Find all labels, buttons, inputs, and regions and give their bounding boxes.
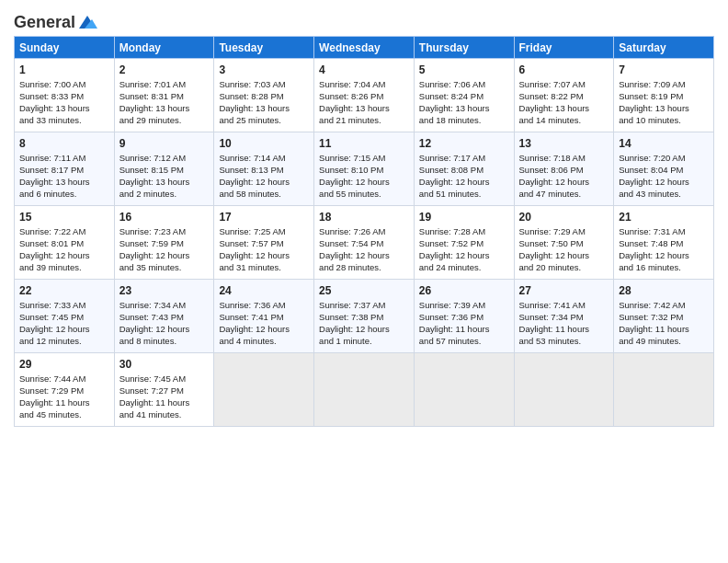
page-container: General SundayMondayTuesdayWednesdayThur… [0, 0, 728, 434]
col-header-sunday: Sunday [15, 37, 115, 59]
day-info-line: Sunset: 7:36 PM [419, 312, 509, 324]
day-info-line: and 21 minutes. [319, 115, 409, 127]
day-info-line: and 51 minutes. [419, 189, 509, 201]
day-info-line: Sunrise: 7:25 AM [219, 226, 309, 238]
day-number: 11 [319, 136, 409, 151]
day-info-line: Sunset: 7:41 PM [219, 312, 309, 324]
calendar-cell: 23Sunrise: 7:34 AMSunset: 7:43 PMDayligh… [114, 280, 214, 353]
day-info-line: and 4 minutes. [219, 336, 309, 348]
day-number: 6 [519, 63, 609, 77]
calendar-cell: 18Sunrise: 7:26 AMSunset: 7:54 PMDayligh… [314, 206, 415, 280]
day-info-line: Sunset: 8:22 PM [519, 91, 609, 103]
day-info-line: Sunrise: 7:15 AM [319, 153, 409, 165]
calendar-cell: 3Sunrise: 7:03 AMSunset: 8:28 PMDaylight… [214, 59, 314, 132]
calendar-week-5: 29Sunrise: 7:44 AMSunset: 7:29 PMDayligh… [15, 353, 714, 427]
day-number: 14 [619, 136, 709, 151]
logo: General [14, 13, 97, 29]
day-info-line: and 41 minutes. [119, 409, 210, 421]
calendar-cell: 25Sunrise: 7:37 AMSunset: 7:38 PMDayligh… [314, 280, 415, 353]
day-info-line: Daylight: 11 hours [519, 324, 609, 336]
calendar-week-1: 1Sunrise: 7:00 AMSunset: 8:33 PMDaylight… [15, 59, 714, 132]
day-info-line: Daylight: 11 hours [619, 324, 709, 336]
day-info-line: Daylight: 13 hours [19, 177, 109, 189]
day-info-line: and 53 minutes. [519, 336, 609, 348]
day-info-line: Sunrise: 7:01 AM [119, 79, 210, 91]
day-info-line: and 12 minutes. [19, 336, 109, 348]
day-info-line: Sunset: 7:27 PM [119, 385, 210, 397]
day-info-line: Daylight: 13 hours [419, 103, 509, 115]
day-info-line: and 33 minutes. [19, 115, 109, 127]
day-info-line: Daylight: 13 hours [119, 177, 210, 189]
day-info-line: Sunrise: 7:28 AM [419, 226, 509, 238]
day-info-line: Sunset: 8:31 PM [119, 91, 210, 103]
calendar-cell [314, 353, 415, 427]
day-info-line: Sunrise: 7:12 AM [119, 153, 210, 165]
day-info-line: Sunrise: 7:31 AM [619, 226, 709, 238]
day-info-line: Sunrise: 7:14 AM [219, 153, 309, 165]
day-number: 2 [119, 63, 210, 77]
day-number: 19 [419, 210, 509, 224]
day-number: 16 [119, 210, 210, 224]
calendar-cell: 1Sunrise: 7:00 AMSunset: 8:33 PMDaylight… [15, 59, 115, 132]
day-info-line: Daylight: 12 hours [119, 324, 210, 336]
day-info-line: Daylight: 13 hours [619, 103, 709, 115]
day-info-line: Daylight: 12 hours [219, 250, 309, 262]
day-number: 17 [219, 210, 309, 224]
day-info-line: and 49 minutes. [619, 336, 709, 348]
calendar-table: SundayMondayTuesdayWednesdayThursdayFrid… [14, 36, 714, 427]
day-info-line: Sunset: 8:04 PM [619, 165, 709, 177]
calendar-cell: 12Sunrise: 7:17 AMSunset: 8:08 PMDayligh… [414, 132, 514, 206]
day-info-line: Sunset: 7:50 PM [519, 238, 609, 250]
day-number: 13 [519, 136, 609, 151]
day-info-line: Sunrise: 7:04 AM [319, 79, 409, 91]
col-header-friday: Friday [514, 37, 614, 59]
day-number: 24 [219, 283, 309, 298]
day-info-line: and 35 minutes. [119, 262, 210, 274]
day-number: 5 [419, 63, 509, 77]
day-number: 27 [519, 283, 609, 298]
day-number: 9 [119, 136, 210, 151]
day-info-line: Daylight: 12 hours [19, 250, 109, 262]
day-info-line: Sunset: 7:32 PM [619, 312, 709, 324]
day-info-line: and 25 minutes. [219, 115, 309, 127]
day-info-line: Sunrise: 7:34 AM [119, 300, 210, 312]
day-info-line: Sunset: 7:34 PM [519, 312, 609, 324]
day-info-line: and 39 minutes. [19, 262, 109, 274]
day-number: 1 [19, 63, 109, 77]
calendar-cell [414, 353, 514, 427]
day-info-line: and 6 minutes. [19, 189, 109, 201]
calendar-cell: 24Sunrise: 7:36 AMSunset: 7:41 PMDayligh… [214, 280, 314, 353]
day-info-line: and 58 minutes. [219, 189, 309, 201]
day-info-line: and 45 minutes. [19, 409, 109, 421]
day-info-line: Sunset: 8:26 PM [319, 91, 409, 103]
calendar-cell: 6Sunrise: 7:07 AMSunset: 8:22 PMDaylight… [514, 59, 614, 132]
calendar-cell: 27Sunrise: 7:41 AMSunset: 7:34 PMDayligh… [514, 280, 614, 353]
day-info-line: Sunset: 8:33 PM [19, 91, 109, 103]
header: General [14, 9, 714, 29]
day-info-line: Sunset: 7:57 PM [219, 238, 309, 250]
day-info-line: Daylight: 12 hours [419, 177, 509, 189]
calendar-cell: 13Sunrise: 7:18 AMSunset: 8:06 PMDayligh… [514, 132, 614, 206]
day-info-line: Daylight: 12 hours [119, 250, 210, 262]
day-info-line: Sunrise: 7:03 AM [219, 79, 309, 91]
day-info-line: and 43 minutes. [619, 189, 709, 201]
day-info-line: Sunrise: 7:07 AM [519, 79, 609, 91]
day-info-line: Sunrise: 7:37 AM [319, 300, 409, 312]
day-info-line: and 1 minute. [319, 336, 409, 348]
logo-general: General [14, 13, 75, 32]
day-info-line: Sunrise: 7:39 AM [419, 300, 509, 312]
col-header-thursday: Thursday [414, 37, 514, 59]
day-info-line: Daylight: 11 hours [119, 397, 210, 409]
day-info-line: Sunset: 7:54 PM [319, 238, 409, 250]
day-number: 23 [119, 283, 210, 298]
day-info-line: Sunrise: 7:45 AM [119, 373, 210, 385]
day-info-line: Daylight: 13 hours [119, 103, 210, 115]
day-info-line: and 16 minutes. [619, 262, 709, 274]
calendar-cell: 15Sunrise: 7:22 AMSunset: 8:01 PMDayligh… [15, 206, 115, 280]
day-info-line: Sunrise: 7:26 AM [319, 226, 409, 238]
day-info-line: Sunset: 8:17 PM [19, 165, 109, 177]
col-header-tuesday: Tuesday [214, 37, 314, 59]
calendar-cell: 26Sunrise: 7:39 AMSunset: 7:36 PMDayligh… [414, 280, 514, 353]
calendar-cell: 9Sunrise: 7:12 AMSunset: 8:15 PMDaylight… [114, 132, 214, 206]
calendar-cell: 16Sunrise: 7:23 AMSunset: 7:59 PMDayligh… [114, 206, 214, 280]
